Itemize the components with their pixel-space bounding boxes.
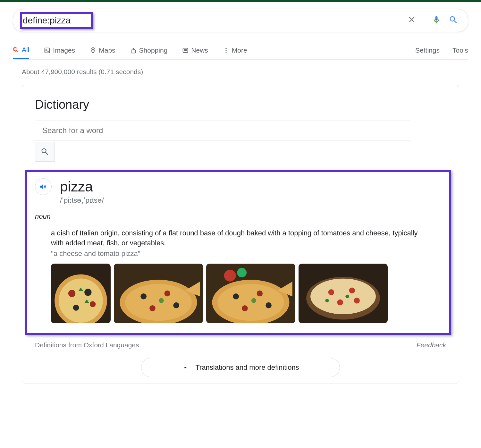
svg-point-30 xyxy=(257,290,263,296)
pizza-image-3[interactable] xyxy=(206,264,295,323)
translations-label: Translations and more definitions xyxy=(195,363,299,372)
tab-more-label: More xyxy=(232,46,247,54)
svg-point-25 xyxy=(159,298,164,303)
svg-point-41 xyxy=(354,298,360,304)
svg-point-31 xyxy=(266,302,272,308)
svg-point-35 xyxy=(237,268,247,277)
results-count: About 47,900,000 results (0.71 seconds) xyxy=(22,68,481,76)
svg-point-29 xyxy=(233,293,239,300)
dictionary-search-button[interactable] xyxy=(35,142,55,162)
dictionary-card: Dictionary pizza /ˈpiːtsə,ˈpɪtsə/ noun a… xyxy=(22,85,459,384)
tab-all-label: All xyxy=(22,46,29,54)
svg-point-33 xyxy=(251,298,256,303)
tab-all[interactable]: All xyxy=(13,41,29,59)
example-images-row xyxy=(51,264,442,323)
svg-point-8 xyxy=(225,48,226,49)
dictionary-search-input[interactable] xyxy=(35,121,410,140)
svg-point-24 xyxy=(149,305,156,311)
svg-point-15 xyxy=(84,289,91,296)
search-bar-divider xyxy=(424,15,424,26)
svg-point-43 xyxy=(325,299,329,302)
search-input[interactable] xyxy=(23,15,407,26)
svg-point-40 xyxy=(349,287,355,293)
tab-maps-label: Maps xyxy=(99,46,115,54)
translations-button[interactable]: Translations and more definitions xyxy=(141,358,340,377)
definition-attribution[interactable]: Definitions from Oxford Languages xyxy=(35,341,139,349)
svg-point-14 xyxy=(68,290,75,297)
settings-link[interactable]: Settings xyxy=(415,46,440,54)
svg-point-10 xyxy=(225,52,226,53)
pizza-image-1[interactable] xyxy=(51,264,111,323)
svg-rect-1 xyxy=(45,48,50,53)
example-text: "a cheese and tomato pizza" xyxy=(51,249,442,258)
definition-text: a dish of Italian origin, consisting of … xyxy=(51,228,420,248)
svg-point-9 xyxy=(225,50,226,51)
tab-shopping-label: Shopping xyxy=(139,46,168,54)
svg-point-22 xyxy=(165,290,171,296)
svg-point-13 xyxy=(59,278,103,323)
svg-point-42 xyxy=(337,299,343,305)
tab-images[interactable]: Images xyxy=(44,41,75,59)
svg-point-44 xyxy=(345,294,349,298)
feedback-link[interactable]: Feedback xyxy=(417,341,446,349)
svg-point-32 xyxy=(242,305,248,311)
svg-point-4 xyxy=(133,49,134,50)
chevron-down-icon xyxy=(182,364,189,371)
svg-point-34 xyxy=(224,269,236,281)
voice-search-icon[interactable] xyxy=(432,15,441,26)
svg-point-38 xyxy=(310,278,376,314)
phonetic: /ˈpiːtsə,ˈpɪtsə/ xyxy=(60,196,442,205)
search-bar-container xyxy=(13,9,468,32)
svg-point-20 xyxy=(125,284,192,321)
speaker-icon xyxy=(39,182,47,191)
tab-maps[interactable]: Maps xyxy=(90,41,115,59)
svg-point-21 xyxy=(140,293,147,300)
definition-entry-highlight: pizza /ˈpiːtsə,ˈpɪtsə/ noun a dish of It… xyxy=(25,170,451,335)
tools-link[interactable]: Tools xyxy=(452,46,468,54)
audio-pronounce-button[interactable] xyxy=(35,178,52,195)
word-title: pizza xyxy=(60,179,93,195)
tab-shopping[interactable]: Shopping xyxy=(130,41,168,59)
search-bar xyxy=(13,9,468,32)
search-icon xyxy=(40,147,49,156)
svg-point-39 xyxy=(328,289,334,295)
tab-news[interactable]: News xyxy=(182,41,208,59)
svg-point-0 xyxy=(14,47,17,51)
tab-images-label: Images xyxy=(53,46,75,54)
part-of-speech: noun xyxy=(35,212,442,221)
pizza-image-4[interactable] xyxy=(299,264,388,323)
search-icon[interactable] xyxy=(449,15,458,26)
svg-point-28 xyxy=(217,284,284,321)
svg-point-23 xyxy=(173,302,179,308)
pizza-image-2[interactable] xyxy=(114,264,203,323)
svg-point-17 xyxy=(73,305,79,311)
dictionary-title: Dictionary xyxy=(35,98,446,112)
clear-icon[interactable] xyxy=(407,15,416,26)
tab-more[interactable]: More xyxy=(223,41,247,59)
svg-point-2 xyxy=(46,49,46,50)
tab-news-label: News xyxy=(191,46,208,54)
tabs-row: All Images Maps Shopping News More Setti… xyxy=(13,41,468,60)
svg-point-16 xyxy=(90,301,96,307)
svg-point-3 xyxy=(92,49,94,50)
